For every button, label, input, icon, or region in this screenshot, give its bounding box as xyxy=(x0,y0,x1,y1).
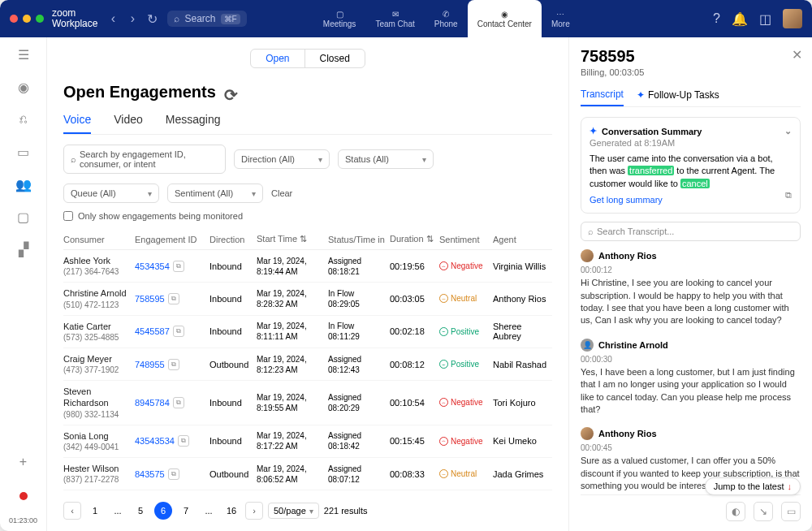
tab-voice[interactable]: Voice xyxy=(63,113,91,134)
sentiment-filter[interactable]: Sentiment (All)▾ xyxy=(167,183,263,203)
col-consumer[interactable]: Consumer xyxy=(63,235,130,244)
consumer-phone: (342) 449-0041 xyxy=(63,442,130,452)
segment-closed[interactable]: Closed xyxy=(305,50,365,67)
engagement-id-link[interactable]: 4545587 xyxy=(135,326,170,336)
table-row[interactable]: Hester Wilson(837) 217-2278 843575⧉ Outb… xyxy=(63,458,552,490)
nav-back-button[interactable]: ‹ xyxy=(104,10,122,28)
consumer-name: Christine Arnold xyxy=(63,287,130,299)
table-row[interactable]: Christine Arnold(510) 472-1123 758595⧉ I… xyxy=(63,283,552,315)
copy-icon[interactable]: ⧉ xyxy=(168,359,179,370)
copy-icon[interactable]: ⧉ xyxy=(168,468,179,480)
direction-filter[interactable]: Direction (All)▾ xyxy=(234,149,330,169)
col-status[interactable]: Status/Time in xyxy=(328,235,385,244)
engagement-id-link[interactable]: 758595 xyxy=(135,294,165,304)
tab-transcript[interactable]: Transcript xyxy=(581,88,624,106)
tab-video[interactable]: Video xyxy=(114,113,143,134)
page-number[interactable]: 6 xyxy=(154,502,172,520)
page-next-button[interactable]: › xyxy=(245,502,263,520)
rail-contacts-icon[interactable]: ▢ xyxy=(15,208,32,226)
col-start-time[interactable]: Start Time ⇅ xyxy=(257,234,323,244)
copy-summary-button[interactable]: ⧉ xyxy=(785,190,792,201)
col-direction[interactable]: Direction xyxy=(209,235,252,244)
agent-cell: Jada Grimes xyxy=(493,469,550,479)
help-icon[interactable]: ? xyxy=(713,11,720,26)
pagination: ‹ 1...567...16 › 50/page▾ 221 results xyxy=(63,502,552,520)
table-row[interactable]: John Chen(669) 252-3432 48738474⧉ Inboun… xyxy=(63,490,552,494)
menu-toggle-icon[interactable]: ☰ xyxy=(15,45,32,63)
status-filter[interactable]: Status (All)▾ xyxy=(338,149,434,169)
action-whisper-button[interactable]: ↘ xyxy=(754,502,773,521)
action-barge-button[interactable]: ▭ xyxy=(781,502,801,521)
engagement-search-input[interactable]: ⌕Search by engagement ID, consumer, or i… xyxy=(63,145,226,174)
rail-add-button[interactable]: + xyxy=(15,453,32,471)
nav-more[interactable]: ⋯More xyxy=(542,0,580,37)
nav-forward-button[interactable]: › xyxy=(123,10,141,28)
engagement-id-link[interactable]: 748955 xyxy=(135,360,165,369)
engagement-id-link[interactable]: 8945784 xyxy=(135,398,170,408)
agent-cell: Tori Kojuro xyxy=(493,398,550,408)
rail-analytics-icon[interactable]: ▞ xyxy=(15,240,32,258)
message-avatar xyxy=(581,249,594,262)
get-long-summary-link[interactable]: Get long summary xyxy=(590,195,663,205)
table-row[interactable]: Craig Meyer(473) 377-1902 748955⧉ Outbou… xyxy=(63,348,552,381)
minimize-window[interactable] xyxy=(23,15,31,23)
rail-flows-icon[interactable]: ⎌ xyxy=(15,110,32,128)
rail-engagements-icon[interactable]: ◉ xyxy=(15,78,32,96)
col-sentiment[interactable]: Sentiment xyxy=(439,235,488,244)
jump-to-latest-button[interactable]: Jump to the latest↓ xyxy=(705,477,801,495)
nav-team-chat[interactable]: ✉Team Chat xyxy=(365,0,424,37)
transcript-search-input[interactable]: ⌕Search Transcript... xyxy=(581,222,801,241)
nav-phone[interactable]: ✆Phone xyxy=(425,0,468,37)
tab-followup-tasks[interactable]: ✦Follow-Up Tasks xyxy=(637,88,719,106)
tab-messaging[interactable]: Messaging xyxy=(166,113,221,134)
table-row[interactable]: Katie Carter(573) 325-4885 4545587⧉ Inbo… xyxy=(63,316,552,348)
history-button[interactable]: ↻ xyxy=(143,10,161,28)
page-number[interactable]: 16 xyxy=(222,506,240,516)
monitored-only-checkbox[interactable]: Only show engagements being monitored xyxy=(63,211,552,221)
queue-filter[interactable]: Queue (All)▾ xyxy=(63,183,159,203)
nav-meetings[interactable]: ▢Meetings xyxy=(313,0,366,37)
chevron-down-icon: ▾ xyxy=(318,155,322,164)
user-avatar[interactable] xyxy=(783,9,802,28)
page-number[interactable]: 7 xyxy=(177,506,195,516)
refresh-button[interactable]: ⟳ xyxy=(224,85,239,100)
copy-icon[interactable]: ⧉ xyxy=(168,293,179,304)
col-duration[interactable]: Duration ⇅ xyxy=(390,234,434,244)
clear-filters-button[interactable]: Clear xyxy=(271,188,292,198)
table-row[interactable]: Ashlee York(217) 364-7643 4534354⧉ Inbou… xyxy=(63,250,552,283)
message-avatar xyxy=(581,427,594,440)
nav-contact-center[interactable]: ◉Contact Center xyxy=(468,0,542,37)
close-panel-button[interactable]: ✕ xyxy=(792,47,802,63)
action-listen-button[interactable]: ◐ xyxy=(726,502,745,521)
status-indicator[interactable] xyxy=(19,492,28,500)
page-prev-button[interactable]: ‹ xyxy=(63,502,81,520)
table-row[interactable]: Steven Richardson(980) 332-1134 8945784⧉… xyxy=(63,381,552,425)
copy-icon[interactable]: ⧉ xyxy=(178,435,189,447)
engagement-id-link[interactable]: 4534354 xyxy=(135,261,170,271)
apps-icon[interactable]: ◫ xyxy=(759,11,771,27)
maximize-window[interactable] xyxy=(36,15,44,23)
page-size-select[interactable]: 50/page▾ xyxy=(268,503,319,519)
engagement-id-link[interactable]: 843575 xyxy=(135,469,165,479)
page-number[interactable]: 1 xyxy=(86,506,104,516)
rail-addressbook-icon[interactable]: ▭ xyxy=(15,143,32,161)
consumer-name: Craig Meyer xyxy=(63,353,130,365)
page-title: Open Engagements ⟳ xyxy=(63,83,552,101)
copy-icon[interactable]: ⧉ xyxy=(173,261,184,272)
copy-icon[interactable]: ⧉ xyxy=(173,326,184,337)
col-engagement-id[interactable]: Engagement ID xyxy=(135,235,205,244)
engagement-id-link[interactable]: 43543534 xyxy=(135,436,175,446)
copy-icon[interactable]: ⧉ xyxy=(173,397,184,408)
bell-icon[interactable]: 🔔 xyxy=(732,11,748,27)
global-search-input[interactable]: ⌕ Search ⌘F xyxy=(167,11,246,27)
col-agent[interactable]: Agent xyxy=(493,235,550,244)
page-number[interactable]: 5 xyxy=(132,506,149,516)
table-row[interactable]: Sonia Long(342) 449-0041 43543534⧉ Inbou… xyxy=(63,425,552,458)
collapse-summary-button[interactable]: ⌄ xyxy=(784,126,792,136)
direction-cell: Inbound xyxy=(209,398,252,408)
segment-open[interactable]: Open xyxy=(251,50,304,67)
results-count: 221 results xyxy=(324,506,368,516)
direction-cell: Outbound xyxy=(209,469,252,479)
rail-team-icon[interactable]: 👥 xyxy=(15,175,32,193)
close-window[interactable] xyxy=(10,15,18,23)
